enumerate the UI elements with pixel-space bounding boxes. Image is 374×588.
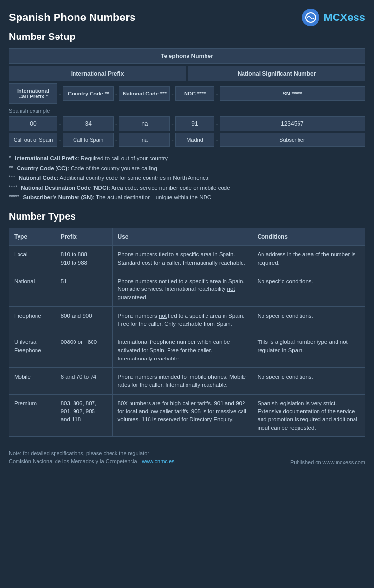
footnote-item: ****National Destination Code (NDC): Are… [9, 184, 365, 191]
cc-header: Country Code ** [63, 86, 114, 101]
number-types-title: Number Types [9, 211, 365, 222]
label-ndc: Madrid [175, 133, 214, 147]
dash-1: - [57, 90, 63, 97]
footnote-stars: *** [9, 174, 15, 182]
table-row: National 51 Phone numbers not tied to a … [9, 272, 365, 306]
dash-7: - [170, 120, 175, 128]
dash-4: - [214, 90, 220, 97]
logo-text: MCXess [323, 11, 365, 24]
cell-prefix: 51 [56, 272, 112, 306]
sn-header: SN ***** [220, 86, 365, 101]
footnote-text: National Destination Code (NDC): Area co… [21, 184, 230, 191]
number-setup-title: Number Setup [9, 31, 365, 42]
telephone-number-row: Telephone Number [9, 48, 365, 64]
number-setup-section: Number Setup Telephone Number Internatio… [9, 31, 365, 147]
cell-conditions: No specific conditions. [252, 368, 365, 394]
dash-10: - [114, 136, 119, 144]
cell-type: Universal Freephone [9, 333, 56, 368]
logo-xess: Xess [340, 11, 365, 23]
footnote-stars: ** [9, 164, 13, 172]
telephone-number-label: Telephone Number [9, 48, 365, 64]
footnote-item: *International Call Prefix: Required to … [9, 154, 365, 162]
logo-mc: MC [323, 11, 340, 23]
cell-prefix: 810 to 888910 to 988 [56, 246, 112, 272]
cell-type: Mobile [9, 368, 56, 394]
dash-6: - [114, 120, 119, 128]
label-cc: Call to Spain [63, 133, 114, 147]
logo-icon [302, 9, 319, 26]
dash-3: - [170, 90, 175, 97]
footnote-text: Country Code (CC): Code of the country y… [17, 164, 157, 172]
cell-conditions: Spanish legislation is very strict. Exte… [252, 394, 365, 437]
label-icp: Call out of Spain [9, 133, 57, 147]
cell-use: International freephone number which can… [112, 333, 252, 368]
icp-header: International Call Prefix * [9, 83, 57, 104]
international-prefix-label: International Prefix [9, 66, 186, 81]
footnote-stars: ***** [9, 193, 19, 201]
cell-type: Freephone [9, 306, 56, 333]
cell-type: National [9, 272, 56, 306]
footer-left: Note: for detailed specifications, pleas… [9, 449, 175, 465]
label-nc: na [119, 133, 170, 147]
col-header-use: Use [112, 228, 252, 246]
number-types-table: Type Prefix Use Conditions Local 810 to … [9, 228, 365, 437]
example-values-row: 00 - 34 - na - 91 - 1234567 [9, 116, 365, 131]
footnote-item: *****Subscriber's Number (SN): The actua… [9, 193, 365, 201]
label-sn: Subscriber [220, 133, 365, 147]
footnote-text: National Code: Additional country code f… [19, 174, 208, 182]
code-fields-row: International Call Prefix * - Country Co… [9, 83, 365, 104]
footer-note: Note: for detailed specifications, pleas… [9, 449, 175, 457]
table-row: Freephone 800 and 900 Phone numbers not … [9, 306, 365, 333]
cell-use: Phone numbers tied to a specific area in… [112, 246, 252, 272]
regulator-link[interactable]: www.cnmc.es [142, 458, 174, 464]
spanish-example-label: Spanish example [9, 108, 365, 114]
footnote-item: **Country Code (CC): Code of the country… [9, 164, 365, 172]
dash-9: - [57, 136, 63, 144]
table-header-row: Type Prefix Use Conditions [9, 228, 365, 246]
cell-use: Phone numbers intended for mobile phones… [112, 368, 252, 394]
cell-prefix: 00800 or +800 [56, 333, 112, 368]
number-types-section: Number Types Type Prefix Use Conditions … [9, 211, 365, 437]
cell-use: Phone numbers not tied to a specific are… [112, 272, 252, 306]
col-header-type: Type [9, 228, 56, 246]
national-significant-label: National Significant Number [188, 66, 365, 81]
cell-conditions: An address in the area of the number is … [252, 246, 365, 272]
footnote-text: International Call Prefix: Required to c… [15, 154, 168, 162]
ndc-header: NDC **** [175, 86, 214, 101]
cell-conditions: This is a global number type and not reg… [252, 333, 365, 368]
cell-conditions: No specific conditions. [252, 272, 365, 306]
col-header-prefix: Prefix [56, 228, 112, 246]
table-row: Premium 803, 806, 807,901, 902, 905and 1… [9, 394, 365, 437]
prefix-national-row: International Prefix National Significan… [9, 66, 365, 81]
table-row: Local 810 to 888910 to 988 Phone numbers… [9, 246, 365, 272]
cell-prefix: 6 and 70 to 74 [56, 368, 112, 394]
cell-prefix: 803, 806, 807,901, 902, 905and 118 [56, 394, 112, 437]
cell-type: Local [9, 246, 56, 272]
dash-2: - [114, 90, 119, 97]
example-nc: na [119, 116, 170, 131]
cell-type: Premium [9, 394, 56, 437]
footnote-item: ***National Code: Additional country cod… [9, 174, 365, 182]
dash-11: - [170, 136, 175, 144]
cell-use: 80X numbers are for high caller tariffs.… [112, 394, 252, 437]
col-header-conditions: Conditions [252, 228, 365, 246]
dash-8: - [214, 120, 220, 128]
page-title: Spanish Phone Numbers [9, 11, 135, 24]
example-cc: 34 [63, 116, 114, 131]
footnote-stars: **** [9, 184, 17, 191]
footnote-text: Subscriber's Number (SN): The actual des… [23, 193, 211, 201]
example-sn: 1234567 [220, 116, 365, 131]
table-row: Mobile 6 and 70 to 74 Phone numbers inte… [9, 368, 365, 394]
label-row: Call out of Spain - Call to Spain - na -… [9, 133, 365, 147]
logo: MCXess [302, 9, 365, 26]
example-icp: 00 [9, 116, 57, 131]
footer: Note: for detailed specifications, pleas… [9, 444, 365, 465]
dash-5: - [57, 120, 63, 128]
cell-conditions: No specific conditions. [252, 306, 365, 333]
cell-prefix: 800 and 900 [56, 306, 112, 333]
footer-published: Published on www.mcxess.com [290, 459, 365, 465]
example-ndc: 91 [175, 116, 214, 131]
cell-use: Phone numbers not tied to a specific are… [112, 306, 252, 333]
regulator-name: Comisión Nacional de los Mercados y la C… [9, 458, 142, 464]
footnote-stars: * [9, 154, 11, 162]
